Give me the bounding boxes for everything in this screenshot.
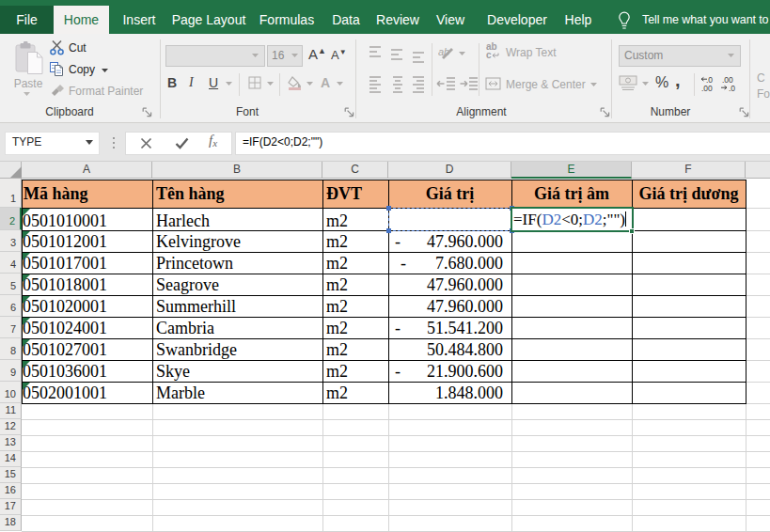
svg-text:.0: .0 — [729, 84, 735, 92]
svg-text:.00: .00 — [701, 84, 713, 92]
svg-text:c: c — [486, 50, 492, 60]
